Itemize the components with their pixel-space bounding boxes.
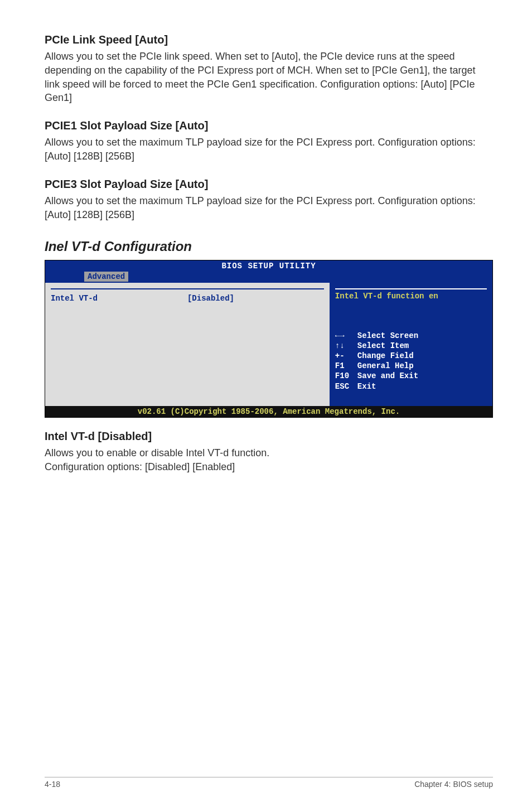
help-key-arrows-lr: ←→ <box>335 331 357 341</box>
page-number: 4-18 <box>45 780 60 789</box>
body-pcie-link-speed: Allows you to set the PCIe link speed. W… <box>45 50 493 105</box>
help-label-save-exit: Save and Exit <box>357 371 418 381</box>
help-key-f10: F10 <box>335 371 357 381</box>
chapter-label: Chapter 4: BIOS setup <box>414 780 493 789</box>
heading-pcie3-payload: PCIE3 Slot Payload Size [Auto] <box>45 178 493 191</box>
body-pcie3-payload: Allows you to set the maximum TLP payloa… <box>45 194 493 222</box>
bios-help-legend: ←→Select Screen ↑↓Select Item +-Change F… <box>335 331 487 403</box>
help-label-general-help: General Help <box>357 361 414 371</box>
help-label-select-screen: Select Screen <box>357 331 418 341</box>
body-intel-vtd-disabled: Allows you to enable or disable Intel VT… <box>45 446 493 474</box>
body-pcie1-payload: Allows you to set the maximum TLP payloa… <box>45 136 493 163</box>
help-key-arrows-ud: ↑↓ <box>335 341 357 351</box>
bios-setup-window: BIOS SETUP UTILITY Advanced Intel VT-d [… <box>45 260 493 418</box>
heading-pcie1-payload: PCIE1 Slot Payload Size [Auto] <box>45 119 493 132</box>
help-key-plusminus: +- <box>335 351 357 361</box>
help-label-exit: Exit <box>357 381 376 392</box>
bios-left-pane: Intel VT-d [Disabled] <box>45 283 330 406</box>
heading-intel-vtd-disabled: Intel VT-d [Disabled] <box>45 430 493 443</box>
bios-tab-advanced[interactable]: Advanced <box>84 272 128 282</box>
help-label-select-item: Select Item <box>357 341 409 351</box>
heading-vtd-config: Inel VT-d Configuration <box>45 239 493 254</box>
help-key-f1: F1 <box>335 361 357 371</box>
bios-tab-row: Advanced <box>45 272 492 283</box>
bios-right-pane: Intel VT-d function en ←→Select Screen ↑… <box>330 283 492 406</box>
bios-title: BIOS SETUP UTILITY <box>45 260 492 272</box>
bios-copyright-footer: v02.61 (C)Copyright 1985-2006, American … <box>45 406 492 417</box>
page-footer: 4-18 Chapter 4: BIOS setup <box>45 777 493 789</box>
help-key-esc: ESC <box>335 381 357 392</box>
bios-item-label: Intel VT-d <box>51 294 187 303</box>
bios-item-description: Intel VT-d function en <box>335 292 487 301</box>
bios-item-value: [Disabled] <box>187 294 234 303</box>
bios-item-vtd[interactable]: Intel VT-d [Disabled] <box>51 294 324 303</box>
help-label-change-field: Change Field <box>357 351 414 361</box>
heading-pcie-link-speed: PCIe Link Speed [Auto] <box>45 33 493 46</box>
